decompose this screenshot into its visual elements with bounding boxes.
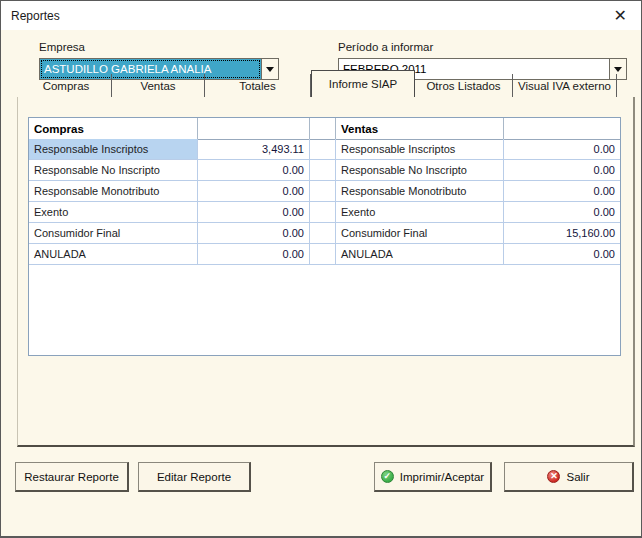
- editar-reporte-button[interactable]: Editar Reporte: [138, 462, 251, 492]
- grid-cell-ventas-label[interactable]: Consumidor Final: [336, 223, 504, 244]
- grid-cell-spacer: [310, 244, 336, 265]
- imprimir-aceptar-button[interactable]: ✓ Imprimir/Aceptar: [374, 462, 492, 492]
- grid-cell-ventas-label[interactable]: Responsable Monotributo: [336, 181, 504, 202]
- window-title: Reportes: [11, 9, 60, 23]
- grid-cell-spacer: [310, 202, 336, 223]
- tab-compras[interactable]: Compras: [21, 74, 112, 97]
- grid-cell-ventas-value[interactable]: 0.00: [504, 181, 620, 202]
- tab-ventas[interactable]: Ventas: [112, 74, 205, 97]
- tab-visual-iva-externo[interactable]: Visual IVA externo: [513, 74, 617, 97]
- grid-cell-ventas-label[interactable]: ANULADA: [336, 244, 504, 265]
- grid-cell-spacer: [310, 160, 336, 181]
- grid-cell-compras-label[interactable]: Exento: [29, 202, 198, 223]
- salir-button[interactable]: ✕ Salir: [504, 462, 634, 492]
- grid-cell-compras-value[interactable]: 0.00: [198, 202, 310, 223]
- grid-cell-compras-label[interactable]: Consumidor Final: [29, 223, 198, 244]
- siap-grid: Compras Ventas Responsable Inscriptos 3,…: [28, 117, 621, 356]
- grid-cell-compras-value[interactable]: 0.00: [198, 160, 310, 181]
- x-circle-icon: ✕: [547, 470, 560, 483]
- grid-header-compras-value: [198, 118, 310, 140]
- close-icon[interactable]: ✕: [610, 8, 631, 24]
- imprimir-aceptar-label: Imprimir/Aceptar: [400, 471, 484, 483]
- grid-cell-compras-label[interactable]: Responsable No Inscripto: [29, 160, 198, 181]
- grid-cell-ventas-value[interactable]: 15,160.00: [504, 223, 620, 244]
- tab-totales[interactable]: Totales: [205, 74, 311, 97]
- grid-header-spacer: [310, 118, 336, 140]
- grid-cell-ventas-value[interactable]: 0.00: [504, 244, 620, 265]
- grid-cell-ventas-label[interactable]: Exento: [336, 202, 504, 223]
- grid-cell-compras-label[interactable]: ANULADA: [29, 244, 198, 265]
- check-circle-icon: ✓: [381, 470, 394, 483]
- grid-cell-compras-label[interactable]: Responsable Inscriptos: [29, 139, 198, 160]
- grid-cell-compras-value[interactable]: 0.00: [198, 181, 310, 202]
- grid-cell-ventas-value[interactable]: 0.00: [504, 202, 620, 223]
- grid-header-ventas: Ventas: [336, 118, 504, 140]
- grid-header-ventas-value: [504, 118, 620, 140]
- grid-cell-ventas-label[interactable]: Responsable Inscriptos: [336, 139, 504, 160]
- grid-cell-ventas-label[interactable]: Responsable No Inscripto: [336, 160, 504, 181]
- tab-otros-listados[interactable]: Otros Listados: [415, 74, 513, 97]
- grid-cell-ventas-value[interactable]: 0.00: [504, 139, 620, 160]
- tab-strip: Compras Ventas Totales Informe SIAP Otro…: [17, 70, 635, 97]
- empresa-label: Empresa: [39, 41, 85, 53]
- title-bar: Reportes ✕: [1, 1, 641, 30]
- restaurar-reporte-button[interactable]: Restaurar Reporte: [15, 462, 129, 492]
- periodo-label: Período a informar: [338, 41, 433, 53]
- reportes-dialog: Reportes ✕ Empresa ASTUDILLO GABRIELA AN…: [0, 0, 642, 538]
- grid-cell-compras-label[interactable]: Responsable Monotributo: [29, 181, 198, 202]
- grid-cell-compras-value[interactable]: 0.00: [198, 223, 310, 244]
- grid-header-compras: Compras: [29, 118, 198, 140]
- grid-cell-compras-value[interactable]: 3,493.11: [198, 139, 310, 160]
- grid-cell-spacer: [310, 181, 336, 202]
- grid-cell-compras-value[interactable]: 0.00: [198, 244, 310, 265]
- grid-cell-ventas-value[interactable]: 0.00: [504, 160, 620, 181]
- salir-label: Salir: [566, 471, 589, 483]
- tab-informe-siap[interactable]: Informe SIAP: [311, 70, 415, 97]
- grid-cell-spacer: [310, 223, 336, 244]
- grid-cell-spacer: [310, 139, 336, 160]
